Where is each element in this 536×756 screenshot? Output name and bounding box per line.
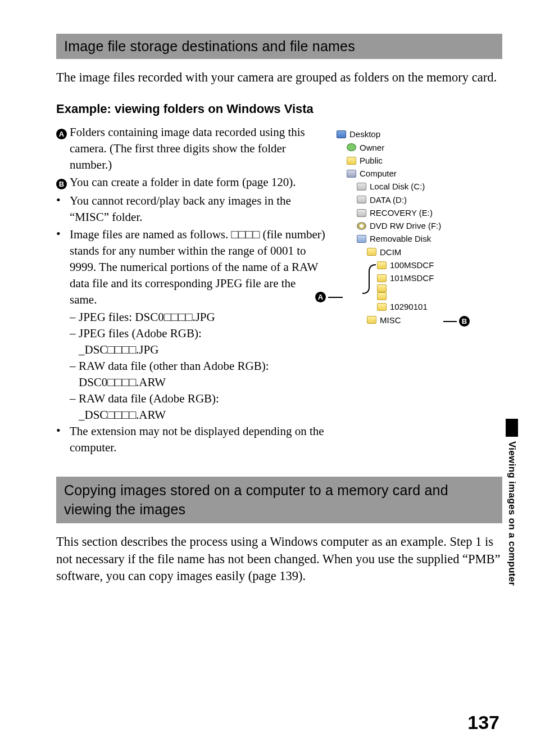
sub-raw-argb-text: RAW data file (Adobe RGB): [79, 391, 325, 407]
manual-page: Image file storage destinations and file… [0, 0, 536, 756]
sub-jpeg-argb: – JPEG files (Adobe RGB): [70, 325, 325, 342]
sub-jpeg-argb-value: _DSC□□□□.JPG [79, 342, 325, 358]
callout-line [328, 297, 343, 298]
tree-label: Local Disk (C:) [370, 180, 425, 193]
tree-recovery: RECOVERY (E:) [337, 206, 502, 219]
example-text-column: A Folders containing image data recorded… [56, 124, 325, 456]
bullet-extension-text: The extension may not be displayed depen… [70, 423, 325, 456]
marker-a-icon: A [56, 129, 67, 139]
bullet-file-naming-text: Image files are named as follows. □□□□ (… [70, 227, 325, 308]
desktop-icon [337, 130, 346, 138]
marker-b-icon: B [56, 179, 67, 189]
computer-icon [347, 170, 356, 178]
tree-label: Public [360, 154, 383, 167]
item-b-row: B You can create a folder in date form (… [56, 174, 325, 192]
sub-raw: – RAW data file (other than Adobe RGB): [70, 358, 325, 374]
bullet-dot-icon: • [56, 227, 70, 308]
tab-marker-icon [506, 419, 518, 437]
bullet-file-naming: • Image files are named as follows. □□□□… [56, 227, 325, 308]
tree-label: DATA (D:) [370, 193, 407, 206]
sub-raw-argb-value: _DSC□□□□.ARW [79, 407, 325, 423]
sub-jpeg-argb-text: JPEG files (Adobe RGB): [79, 325, 325, 342]
tree-label: Desktop [349, 128, 380, 141]
sub-raw-argb: – RAW data file (Adobe RGB): [70, 391, 325, 407]
callout-a: A [315, 292, 343, 302]
tree-label: MISC [380, 314, 401, 327]
brace-icon [359, 264, 381, 323]
tree-computer: Computer [337, 167, 502, 180]
section-intro: The image files recorded with your camer… [56, 69, 502, 86]
bullet-dot-icon: • [56, 423, 70, 456]
tree-data: DATA (D:) [337, 193, 502, 206]
callout-a-icon: A [315, 292, 326, 302]
removable-disk-icon [357, 235, 366, 243]
section2-intro: This section describes the process using… [56, 533, 502, 585]
tree-dvd: DVD RW Drive (F:) [337, 219, 502, 232]
example-subhead: Example: viewing folders on Windows Vist… [56, 102, 502, 116]
tree-label: Computer [360, 167, 397, 180]
tree-label: Removable Disk [370, 232, 431, 245]
example-columns: A Folders containing image data recorded… [56, 124, 502, 456]
tree-label: 101MSDCF [390, 271, 434, 284]
tree-owner: Owner [337, 141, 502, 154]
tree-label: Owner [360, 141, 384, 154]
sub-raw-text: RAW data file (other than Adobe RGB): [79, 358, 325, 374]
tree-label: 100MSDCF [390, 259, 434, 271]
sub-raw-value: DSC0□□□□.ARW [79, 374, 325, 391]
item-b-text: You can create a folder in date form (pa… [70, 174, 325, 192]
dash-icon: – [70, 309, 79, 325]
callout-b-icon: B [459, 316, 470, 327]
drive-icon [357, 209, 366, 217]
tree-removable: Removable Disk [337, 232, 502, 245]
user-icon [347, 143, 356, 151]
item-a-text: Folders containing image data recorded u… [70, 124, 325, 173]
section-title-storage: Image file storage destinations and file… [56, 34, 502, 59]
tab-label: Viewing images on a computer [506, 441, 517, 586]
dash-icon: – [70, 391, 79, 407]
bullet-misc-folder: • You cannot record/play back any images… [56, 193, 325, 225]
tree-label: DCIM [380, 246, 401, 259]
bullet-misc-text: You cannot record/play back any images i… [70, 193, 325, 225]
chapter-side-tab: Viewing images on a computer [503, 419, 520, 586]
callout-line [443, 321, 457, 322]
page-number: 137 [467, 712, 499, 734]
sub-jpeg: – JPEG files: DSC0□□□□.JPG [70, 309, 325, 325]
bullet-dot-icon: • [56, 193, 70, 225]
folder-tree-illustration: Desktop Owner Public Computer Local Disk… [337, 128, 502, 327]
tree-label: 10290101 [390, 300, 428, 313]
dvd-icon [357, 222, 366, 230]
tree-public: Public [337, 154, 502, 167]
dash-icon: – [70, 325, 79, 342]
dash-icon: – [70, 358, 79, 374]
tree-desktop: Desktop [337, 128, 502, 141]
tree-dcim: DCIM [337, 246, 502, 259]
drive-icon [357, 183, 366, 191]
folder-icon [367, 248, 376, 256]
section-title-copying: Copying images stored on a computer to a… [56, 477, 502, 524]
tree-label: RECOVERY (E:) [370, 206, 433, 219]
tree-localdisk: Local Disk (C:) [337, 180, 502, 193]
folder-icon [347, 157, 356, 165]
item-a-row: A Folders containing image data recorded… [56, 124, 325, 173]
bullet-extension: • The extension may not be displayed dep… [56, 423, 325, 456]
callout-b: B [443, 316, 470, 327]
tree-label: DVD RW Drive (F:) [370, 219, 441, 232]
sub-jpeg-text: JPEG files: DSC0□□□□.JPG [79, 309, 325, 325]
drive-icon [357, 196, 366, 203]
